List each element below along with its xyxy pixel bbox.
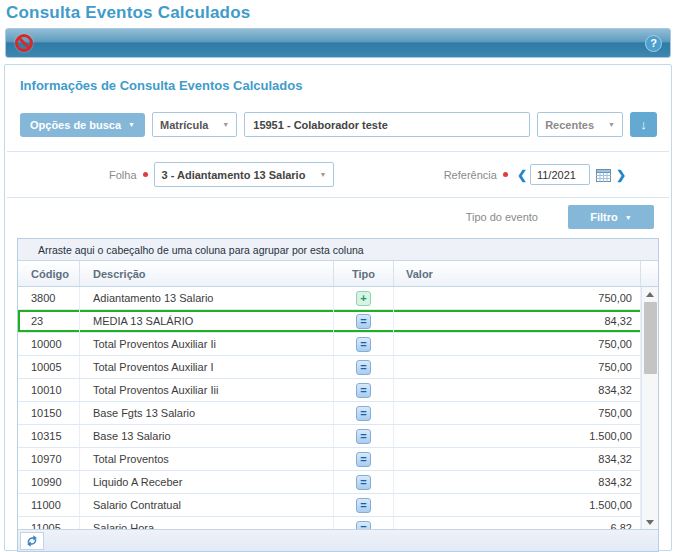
search-row: Opções de busca ▼ Matrícula ▼ Recentes ▼… bbox=[5, 95, 671, 151]
cell-valor: 6,82 bbox=[394, 517, 641, 529]
table-row[interactable]: 11005 Salario Hora = 6,82 bbox=[18, 517, 658, 529]
recents-select[interactable]: Recentes ▼ bbox=[537, 112, 623, 137]
cell-descricao: Liquido A Receber bbox=[80, 471, 334, 493]
refresh-icon bbox=[25, 534, 39, 548]
vertical-scrollbar[interactable] bbox=[641, 287, 658, 529]
column-header-valor[interactable]: Valor bbox=[394, 261, 641, 286]
equals-icon[interactable]: = bbox=[356, 360, 371, 375]
table-row[interactable]: 10150 Base Fgts 13 Salario = 750,00 bbox=[18, 402, 658, 425]
equals-icon[interactable]: = bbox=[356, 383, 371, 398]
main-panel: Informações de Consulta Eventos Calculad… bbox=[4, 64, 672, 551]
cell-codigo: 11005 bbox=[18, 517, 80, 529]
cell-codigo: 10010 bbox=[18, 379, 80, 401]
chevron-down-icon: ▼ bbox=[625, 214, 632, 221]
cell-codigo: 10970 bbox=[18, 448, 80, 470]
search-field-label: Matrícula bbox=[160, 119, 208, 131]
plus-icon[interactable]: + bbox=[356, 291, 371, 306]
events-grid: Arraste aqui o cabeçalho de uma coluna p… bbox=[17, 238, 659, 552]
cell-valor: 750,00 bbox=[394, 356, 641, 378]
group-by-dropzone[interactable]: Arraste aqui o cabeçalho de uma coluna p… bbox=[18, 239, 658, 261]
required-marker bbox=[503, 172, 508, 177]
sheet-value: 3 - Adiantamento 13 Salario bbox=[162, 169, 306, 181]
cell-valor: 1.500,00 bbox=[394, 494, 641, 516]
table-row[interactable]: 10990 Liquido A Receber = 834,32 bbox=[18, 471, 658, 494]
page-title: Consulta Eventos Calculados bbox=[0, 0, 676, 23]
help-icon[interactable]: ? bbox=[645, 35, 662, 52]
table-row[interactable]: 23 MEDIA 13 SALÁRIO = 84,32 bbox=[18, 310, 658, 333]
recents-label: Recentes bbox=[545, 119, 594, 131]
cell-descricao: Base 13 Salario bbox=[80, 425, 334, 447]
equals-icon[interactable]: = bbox=[356, 452, 371, 467]
equals-icon[interactable]: = bbox=[356, 314, 371, 329]
cell-valor: 1.500,00 bbox=[394, 425, 641, 447]
chevron-down-icon: ▼ bbox=[319, 171, 326, 178]
main-toolbar: ? bbox=[5, 28, 671, 58]
filter-button[interactable]: Filtro ▼ bbox=[568, 205, 654, 229]
sheet-reference-row: Folha 3 - Adiantamento 13 Salario ▼ Refe… bbox=[5, 152, 671, 197]
cell-descricao: Total Proventos bbox=[80, 448, 334, 470]
cell-valor: 750,00 bbox=[394, 333, 641, 355]
scroll-up-icon[interactable] bbox=[642, 287, 658, 301]
equals-icon[interactable]: = bbox=[356, 475, 371, 490]
cell-descricao: MEDIA 13 SALÁRIO bbox=[80, 310, 334, 332]
column-header-tipo[interactable]: Tipo bbox=[334, 261, 394, 286]
table-row[interactable]: 10005 Total Proventos Auxiliar I = 750,0… bbox=[18, 356, 658, 379]
equals-icon[interactable]: = bbox=[356, 429, 371, 444]
table-row[interactable]: 3800 Adiantamento 13 Salario + 750,00 bbox=[18, 287, 658, 310]
equals-icon[interactable]: = bbox=[356, 406, 371, 421]
cancel-block-icon[interactable] bbox=[14, 33, 34, 53]
grid-body: 3800 Adiantamento 13 Salario + 750,00 23… bbox=[18, 287, 658, 529]
table-row[interactable]: 10000 Total Proventos Auxiliar Ii = 750,… bbox=[18, 333, 658, 356]
table-row[interactable]: 10010 Total Proventos Auxiliar Iii = 834… bbox=[18, 379, 658, 402]
cell-codigo: 10000 bbox=[18, 333, 80, 355]
cell-valor: 84,32 bbox=[394, 310, 641, 332]
cell-codigo: 10150 bbox=[18, 402, 80, 424]
cell-descricao: Base Fgts 13 Salario bbox=[80, 402, 334, 424]
table-row[interactable]: 11000 Salario Contratual = 1.500,00 bbox=[18, 494, 658, 517]
search-field-select[interactable]: Matrícula ▼ bbox=[152, 112, 237, 137]
cell-descricao: Total Proventos Auxiliar Iii bbox=[80, 379, 334, 401]
cell-codigo: 3800 bbox=[18, 287, 80, 309]
cell-valor: 834,32 bbox=[394, 448, 641, 470]
sheet-select[interactable]: 3 - Adiantamento 13 Salario ▼ bbox=[154, 162, 335, 187]
cell-valor: 834,32 bbox=[394, 471, 641, 493]
cell-codigo: 10990 bbox=[18, 471, 80, 493]
cell-descricao: Adiantamento 13 Salario bbox=[80, 287, 334, 309]
scroll-down-icon[interactable] bbox=[642, 515, 658, 529]
search-input[interactable] bbox=[244, 112, 530, 137]
required-marker bbox=[143, 172, 148, 177]
filter-button-label: Filtro bbox=[590, 211, 618, 223]
table-row[interactable]: 10970 Total Proventos = 834,32 bbox=[18, 448, 658, 471]
filter-row: Tipo do evento Filtro ▼ bbox=[5, 198, 671, 238]
previous-reference-icon[interactable]: ❮ bbox=[514, 168, 530, 182]
section-heading: Informações de Consulta Eventos Calculad… bbox=[5, 65, 671, 95]
grid-header: Código Descrição Tipo Valor bbox=[18, 261, 658, 287]
table-row[interactable]: 10315 Base 13 Salario = 1.500,00 bbox=[18, 425, 658, 448]
equals-icon[interactable]: = bbox=[356, 521, 371, 530]
equals-icon[interactable]: = bbox=[356, 337, 371, 352]
cell-descricao: Total Proventos Auxiliar Ii bbox=[80, 333, 334, 355]
reference-group: Referência ❮ ❯ bbox=[444, 164, 629, 185]
cell-descricao: Salario Contratual bbox=[80, 494, 334, 516]
event-type-label: Tipo do evento bbox=[466, 211, 538, 223]
cell-valor: 750,00 bbox=[394, 402, 641, 424]
search-options-button[interactable]: Opções de busca ▼ bbox=[20, 113, 145, 137]
cell-codigo: 10005 bbox=[18, 356, 80, 378]
equals-icon[interactable]: = bbox=[356, 498, 371, 513]
scrollbar-thumb[interactable] bbox=[644, 302, 657, 374]
cell-codigo: 23 bbox=[18, 310, 80, 332]
cell-codigo: 11000 bbox=[18, 494, 80, 516]
refresh-button[interactable] bbox=[20, 532, 44, 550]
execute-search-button[interactable]: ↓ bbox=[630, 112, 657, 137]
chevron-down-icon: ▼ bbox=[608, 121, 615, 128]
sheet-label: Folha bbox=[109, 169, 137, 181]
grid-footer bbox=[18, 529, 658, 551]
column-header-descricao[interactable]: Descrição bbox=[80, 261, 334, 286]
cell-descricao: Salario Hora bbox=[80, 517, 334, 529]
next-reference-icon[interactable]: ❯ bbox=[613, 168, 629, 182]
column-header-codigo[interactable]: Código bbox=[18, 261, 80, 286]
chevron-down-icon: ▼ bbox=[222, 121, 229, 128]
calendar-icon[interactable] bbox=[594, 168, 613, 182]
cell-valor: 834,32 bbox=[394, 379, 641, 401]
reference-input[interactable] bbox=[530, 164, 590, 185]
